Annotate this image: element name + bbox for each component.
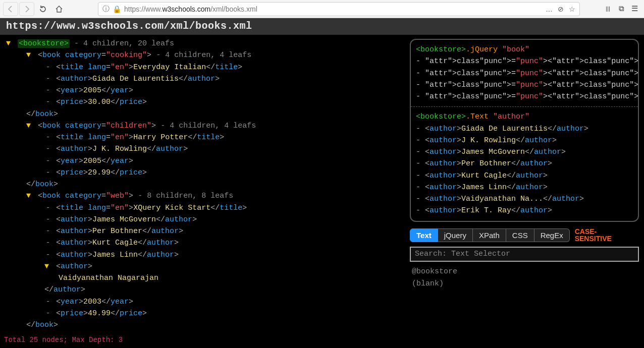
protection-icon[interactable]: ⊘ bbox=[558, 5, 564, 13]
expand-icon[interactable]: - bbox=[44, 143, 51, 155]
node-meta: - 4 children, 4 leafs bbox=[151, 51, 251, 60]
result-divider bbox=[411, 106, 638, 107]
leaf-node[interactable]: - <author>Kurt Cagle</author> bbox=[6, 237, 400, 249]
result-item: - <author>Kurt Cagle</author> bbox=[416, 170, 633, 182]
expand-icon[interactable]: - bbox=[44, 214, 51, 225]
close-tag: </author> bbox=[6, 284, 400, 296]
hamburger-menu-icon[interactable]: ☰ bbox=[631, 4, 638, 14]
book-node[interactable]: ▼ <book category="children"> - 4 childre… bbox=[6, 120, 400, 132]
collapse-icon[interactable]: ▼ bbox=[26, 49, 33, 61]
sidebar-icon[interactable]: ⧉ bbox=[619, 5, 624, 14]
leaf-node[interactable]: - <year>2005</year> bbox=[6, 85, 400, 96]
leaf-node[interactable]: - <title lang="en">XQuery Kick Start</ti… bbox=[6, 202, 400, 214]
url-text: https://www.w3schools.com/xml/books.xml bbox=[124, 5, 257, 13]
close-tag: </book> bbox=[6, 108, 400, 120]
bookmark-star-icon[interactable]: ☆ bbox=[569, 5, 575, 13]
leaf-node[interactable]: - <title lang="en">Everyday Italian</tit… bbox=[6, 62, 400, 73]
result-item: - <author>Erik T. Ray</author> bbox=[416, 205, 633, 216]
leaf-node[interactable]: - <price>29.99</price> bbox=[6, 167, 400, 179]
nav-back-button[interactable] bbox=[3, 2, 18, 16]
leaf-node[interactable]: - <author>Giada De Laurentiis</author> bbox=[6, 73, 400, 85]
book-node[interactable]: ▼ <book category="web"> - 8 children, 8 … bbox=[6, 190, 400, 202]
collapse-icon[interactable]: ▼ bbox=[26, 120, 33, 132]
tab-text[interactable]: Text bbox=[410, 228, 438, 242]
result-item: - <author>J K. Rowling</author> bbox=[416, 135, 633, 146]
leaf-node[interactable]: - <title lang="en">Harry Potter</title> bbox=[6, 132, 400, 143]
close-tag: </book> bbox=[6, 179, 400, 190]
expand-icon[interactable]: - bbox=[44, 155, 51, 167]
leaf-node[interactable]: - <author>James McGovern</author> bbox=[6, 214, 400, 225]
leaf-value: Vaidyanathan Nagarajan bbox=[6, 272, 400, 284]
close-tag: </book> bbox=[6, 319, 400, 331]
history-list: @bookstore(blank) bbox=[410, 266, 639, 290]
tab-xpath[interactable]: XPath bbox=[473, 228, 506, 242]
expand-icon[interactable]: - bbox=[44, 85, 51, 96]
leaf-node[interactable]: - <author>Per Bothner</author> bbox=[6, 225, 400, 237]
result-item: - "attr">class"punc">="punc"><"attr">cla… bbox=[416, 55, 633, 67]
nav-reload-button[interactable] bbox=[35, 2, 50, 16]
expand-icon[interactable]: - bbox=[44, 62, 51, 73]
leaf-node[interactable]: - <price>49.99</price> bbox=[6, 308, 400, 319]
xml-tree[interactable]: ▼ <bookstore> - 4 children, 20 leafs▼ <b… bbox=[0, 35, 404, 348]
leaf-node[interactable]: - <year>2005</year> bbox=[6, 155, 400, 167]
results-panel: <bookstore>.jQuery "book"- "attr">class"… bbox=[410, 39, 639, 222]
result-item: - <author>James McGovern</author> bbox=[416, 146, 633, 158]
nav-home-button[interactable] bbox=[51, 2, 67, 16]
expand-icon[interactable]: - bbox=[44, 296, 51, 308]
result-item: - <author>Vaidyanathan Na...</author> bbox=[416, 193, 633, 205]
page-actions-icon[interactable]: … bbox=[546, 5, 553, 13]
url-bar[interactable]: ⓘ 🔒 https://www.w3schools.com/xml/books.… bbox=[98, 2, 580, 16]
result-item: - <author>James Linn</author> bbox=[416, 182, 633, 193]
result-item: - "attr">class"punc">="punc"><"attr">cla… bbox=[416, 68, 633, 79]
expand-icon[interactable]: - bbox=[44, 132, 51, 143]
node-meta: - 8 children, 8 leafs bbox=[133, 192, 233, 200]
expand-icon[interactable]: - bbox=[44, 237, 51, 249]
collapse-icon[interactable]: ▼ bbox=[6, 38, 13, 49]
lock-icon: 🔒 bbox=[113, 5, 121, 13]
search-input[interactable] bbox=[415, 250, 634, 258]
history-item[interactable]: @bookstore bbox=[412, 266, 639, 278]
leaf-node[interactable]: - <price>30.00</price> bbox=[6, 96, 400, 108]
expand-icon[interactable]: - bbox=[44, 202, 51, 214]
library-icon[interactable]: ⫼ bbox=[604, 5, 612, 14]
expand-icon[interactable]: - bbox=[44, 73, 51, 85]
status-bar: Total 25 nodes; Max Depth: 3 bbox=[0, 334, 127, 348]
search-box[interactable] bbox=[410, 247, 639, 262]
selector-tabs: TextjQueryXPathCSSRegExCASE-SENSITIVE bbox=[410, 228, 639, 243]
browser-toolbar: ⓘ 🔒 https://www.w3schools.com/xml/books.… bbox=[0, 0, 644, 18]
leaf-node[interactable]: ▼ <author> bbox=[6, 261, 400, 272]
expand-icon[interactable]: - bbox=[44, 308, 51, 319]
result-item: - "attr">class"punc">="punc"><"attr">cla… bbox=[416, 91, 633, 102]
tab-jquery[interactable]: jQuery bbox=[438, 228, 473, 242]
result-header: <bookstore>.jQuery "book" bbox=[416, 44, 633, 55]
expand-icon[interactable]: - bbox=[44, 167, 51, 179]
tab-regex[interactable]: RegEx bbox=[534, 228, 570, 242]
result-item: - <author>Giada De Laurentiis</author> bbox=[416, 123, 633, 135]
tree-root[interactable]: ▼ <bookstore> - 4 children, 20 leafs bbox=[6, 38, 400, 49]
history-item[interactable]: (blank) bbox=[412, 278, 639, 290]
leaf-node[interactable]: - <author>J K. Rowling</author> bbox=[6, 143, 400, 155]
page-title: https://www.w3schools.com/xml/books.xml bbox=[0, 18, 644, 35]
root-tag: <bookstore> bbox=[18, 39, 70, 48]
book-node[interactable]: ▼ <book category="cooking"> - 4 children… bbox=[6, 49, 400, 61]
result-header: <bookstore>.Text "author" bbox=[416, 111, 633, 123]
nav-forward-button[interactable] bbox=[19, 2, 34, 16]
leaf-node[interactable]: - <year>2003</year> bbox=[6, 296, 400, 308]
result-item: - <author>Per Bothner</author> bbox=[416, 158, 633, 169]
info-icon: ⓘ bbox=[102, 5, 110, 14]
node-meta: - 4 children, 20 leafs bbox=[70, 39, 174, 48]
leaf-node[interactable]: - <author>James Linn</author> bbox=[6, 249, 400, 261]
node-meta: - 4 children, 4 leafs bbox=[156, 122, 256, 130]
case-sensitive-toggle[interactable]: CASE-SENSITIVE bbox=[575, 228, 612, 243]
expand-icon[interactable]: - bbox=[44, 96, 51, 108]
expand-icon[interactable]: - bbox=[44, 249, 51, 261]
collapse-icon[interactable]: ▼ bbox=[26, 190, 33, 202]
tab-css[interactable]: CSS bbox=[506, 228, 534, 242]
result-item: - "attr">class"punc">="punc"><"attr">cla… bbox=[416, 79, 633, 91]
expand-icon[interactable]: - bbox=[44, 225, 51, 237]
collapse-icon[interactable]: ▼ bbox=[44, 261, 51, 272]
